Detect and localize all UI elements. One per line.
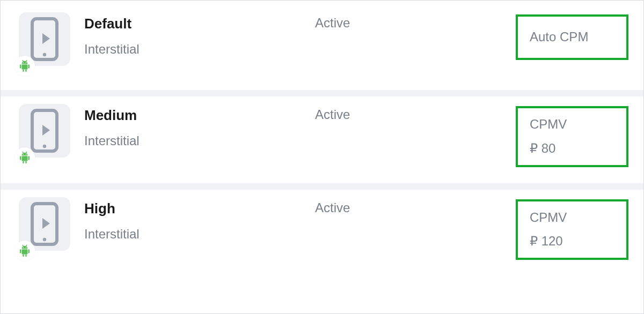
format-icon-wrap	[16, 104, 75, 166]
format-icon-wrap	[16, 197, 75, 259]
price-box: CPMV ₽ 80	[516, 106, 628, 167]
android-badge	[14, 241, 35, 261]
svg-rect-7	[22, 64, 28, 69]
status-badge: Active	[315, 16, 465, 31]
svg-rect-33	[28, 249, 30, 253]
price-box: Auto CPM	[516, 14, 628, 60]
svg-point-13	[43, 145, 46, 148]
svg-point-6	[26, 62, 27, 63]
price-box: CPMV ₽ 120	[516, 199, 628, 260]
svg-rect-21	[28, 156, 30, 160]
status-column: Active	[315, 197, 465, 215]
svg-rect-35	[25, 254, 26, 257]
price-label: CPMV	[530, 210, 614, 226]
svg-marker-26	[42, 218, 50, 229]
svg-rect-23	[25, 161, 26, 163]
svg-point-17	[23, 154, 24, 155]
svg-rect-32	[20, 249, 21, 253]
info-column: High Interstitial	[84, 197, 315, 242]
svg-marker-14	[42, 125, 50, 136]
phone-icon	[31, 109, 58, 153]
price-column: CPMV ₽ 120	[465, 197, 628, 260]
svg-point-30	[26, 247, 27, 248]
svg-line-27	[23, 245, 23, 246]
svg-rect-11	[25, 69, 26, 72]
android-icon	[19, 151, 31, 164]
list-item[interactable]: Medium Interstitial Active CPMV ₽ 80	[1, 96, 643, 183]
svg-rect-20	[20, 156, 21, 160]
block-subtitle: Interstitial	[84, 227, 315, 242]
price-label: Auto CPM	[530, 29, 614, 45]
status-column: Active	[315, 12, 465, 31]
status-column: Active	[315, 104, 465, 122]
svg-point-5	[23, 62, 24, 63]
price-label: CPMV	[530, 117, 614, 132]
android-badge	[14, 147, 35, 168]
svg-line-3	[23, 60, 23, 62]
price-column: CPMV ₽ 80	[465, 104, 628, 167]
phone-icon	[31, 202, 58, 246]
svg-rect-8	[20, 64, 21, 68]
price-column: Auto CPM	[465, 12, 628, 60]
block-title: High	[84, 200, 315, 217]
svg-rect-10	[23, 69, 24, 72]
svg-point-25	[43, 237, 46, 241]
block-title: Default	[84, 16, 315, 32]
info-column: Medium Interstitial	[84, 104, 315, 148]
svg-point-29	[23, 247, 24, 248]
phone-icon	[31, 17, 58, 61]
status-badge: Active	[315, 200, 465, 215]
svg-line-28	[26, 245, 26, 246]
ad-block-list: Default Interstitial Active Auto CPM	[1, 1, 643, 313]
svg-rect-19	[22, 156, 28, 161]
android-icon	[19, 59, 31, 72]
svg-line-16	[26, 152, 26, 153]
block-title: Medium	[84, 107, 315, 124]
svg-rect-9	[28, 64, 30, 68]
android-icon	[19, 244, 31, 257]
price-value: ₽ 120	[530, 234, 614, 249]
svg-marker-2	[42, 33, 50, 44]
android-badge	[14, 56, 35, 76]
block-subtitle: Interstitial	[84, 133, 315, 148]
list-item[interactable]: High Interstitial Active CPMV ₽ 120	[1, 190, 643, 276]
svg-line-4	[26, 60, 26, 62]
svg-rect-22	[23, 161, 24, 163]
svg-point-18	[26, 154, 27, 155]
svg-rect-31	[22, 249, 28, 254]
row-divider	[1, 90, 643, 96]
format-icon-wrap	[16, 12, 75, 74]
price-value: ₽ 80	[530, 141, 614, 156]
info-column: Default Interstitial	[84, 12, 315, 57]
list-item[interactable]: Default Interstitial Active Auto CPM	[1, 5, 643, 90]
svg-point-1	[43, 53, 46, 56]
status-badge: Active	[315, 107, 465, 122]
svg-rect-34	[23, 254, 24, 257]
svg-line-15	[23, 152, 23, 153]
block-subtitle: Interstitial	[84, 42, 315, 57]
row-divider	[1, 183, 643, 190]
